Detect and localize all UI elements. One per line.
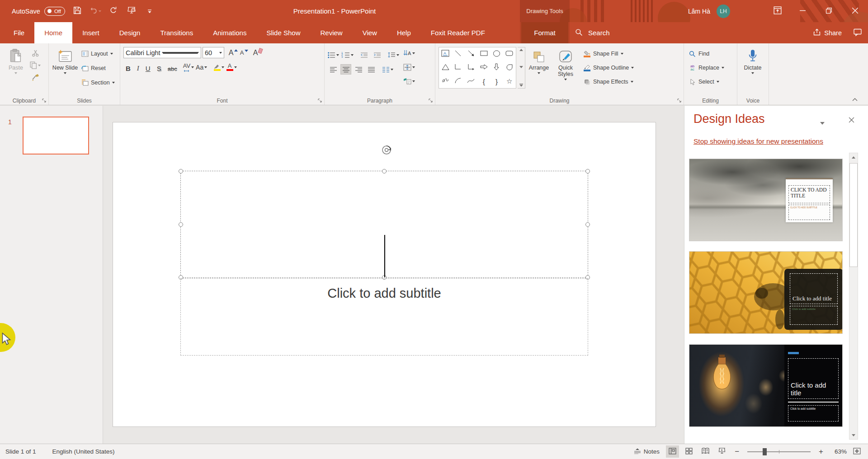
- justify-button[interactable]: [366, 64, 377, 75]
- share-button[interactable]: Share: [813, 28, 842, 37]
- text-shadow-button[interactable]: S: [155, 62, 164, 72]
- tab-view[interactable]: View: [353, 22, 387, 43]
- paste-button[interactable]: Paste: [3, 46, 28, 96]
- shape-right-brace[interactable]: }: [495, 78, 498, 85]
- restore-button[interactable]: [816, 0, 842, 22]
- tab-design[interactable]: Design: [109, 22, 151, 43]
- stop-showing-ideas-link[interactable]: Stop showing ideas for new presentations: [693, 137, 823, 145]
- copy-button[interactable]: [30, 60, 41, 70]
- resize-handle-w[interactable]: [179, 222, 183, 227]
- shape-triangle[interactable]: [442, 64, 449, 72]
- zoom-percentage[interactable]: 63%: [830, 448, 847, 455]
- scrollbar-thumb[interactable]: [849, 163, 858, 267]
- reset-button[interactable]: Reset: [80, 62, 116, 74]
- resize-handle-nw[interactable]: [179, 169, 183, 173]
- align-left-button[interactable]: [328, 64, 339, 75]
- shape-scribble[interactable]: [442, 77, 449, 85]
- find-button[interactable]: Find: [687, 48, 726, 60]
- save-button[interactable]: [71, 5, 83, 17]
- strikethrough-button[interactable]: abc: [165, 62, 179, 72]
- slide-editing-surface[interactable]: Click to add subtitle: [113, 122, 656, 426]
- design-panel-scrollbar[interactable]: [849, 153, 858, 440]
- language-indicator[interactable]: English (United States): [52, 448, 115, 455]
- shapes-scroll-down[interactable]: [519, 66, 523, 68]
- user-name[interactable]: Lâm Hà: [688, 8, 710, 15]
- shape-left-brace[interactable]: {: [483, 78, 485, 85]
- bullets-button[interactable]: [328, 50, 339, 60]
- new-slide-button[interactable]: New Slide: [52, 46, 78, 96]
- tab-home[interactable]: Home: [34, 22, 72, 43]
- replace-button[interactable]: ab ac Replace: [687, 62, 726, 74]
- shape-line[interactable]: [454, 50, 462, 59]
- autosave-toggle[interactable]: Off: [44, 7, 65, 16]
- resize-handle-ne[interactable]: [585, 169, 590, 173]
- avatar[interactable]: LH: [717, 5, 730, 18]
- increase-font-size-button[interactable]: A: [228, 47, 239, 58]
- shape-text-box[interactable]: A: [441, 50, 449, 59]
- arrange-button[interactable]: Arrange: [527, 46, 551, 96]
- panel-options-button[interactable]: [820, 118, 825, 126]
- format-painter-button[interactable]: [30, 72, 41, 83]
- line-spacing-button[interactable]: [387, 50, 399, 60]
- normal-view-button[interactable]: [666, 445, 679, 458]
- bold-button[interactable]: B: [123, 62, 133, 72]
- undo-button[interactable]: [90, 5, 101, 17]
- columns-button[interactable]: [382, 64, 393, 75]
- shapes-more-button[interactable]: [519, 84, 523, 87]
- start-from-beginning-button[interactable]: [126, 5, 137, 17]
- decrease-indent-button[interactable]: [359, 50, 369, 60]
- tab-transitions[interactable]: Transitions: [150, 22, 203, 43]
- customize-qat-button[interactable]: [144, 5, 156, 17]
- shape-fill-button[interactable]: Shape Fill: [582, 48, 635, 60]
- paragraph-dialog-launcher[interactable]: [428, 98, 434, 103]
- italic-button[interactable]: I: [135, 62, 142, 72]
- align-center-button[interactable]: [340, 64, 351, 75]
- zoom-slider-thumb[interactable]: [763, 448, 767, 455]
- panel-close-button[interactable]: [846, 115, 856, 125]
- notes-button[interactable]: Notes: [631, 445, 662, 458]
- convert-smartart-button[interactable]: [403, 76, 415, 86]
- design-idea-thumbnail-1[interactable]: CLICK TO ADD TITLE CLICK TO ADD SUBTITLE: [689, 159, 843, 241]
- shape-teardrop[interactable]: [506, 64, 513, 72]
- shape-right-arrow[interactable]: [480, 64, 488, 72]
- ribbon-display-options-button[interactable]: [766, 0, 789, 22]
- design-idea-thumbnail-3[interactable]: Click to add title Click to add subtitle: [689, 344, 843, 427]
- shape-outline-button[interactable]: Shape Outline: [582, 62, 635, 74]
- reading-view-button[interactable]: [699, 445, 712, 458]
- tab-review[interactable]: Review: [310, 22, 352, 43]
- resize-handle-n[interactable]: [382, 169, 387, 173]
- comments-button[interactable]: [854, 28, 862, 37]
- font-size-combobox[interactable]: 60: [203, 47, 224, 58]
- scroll-up-button[interactable]: [849, 153, 858, 161]
- tab-help[interactable]: Help: [387, 22, 421, 43]
- shape-elbow-arrow-connector[interactable]: [467, 64, 475, 72]
- shape-curve[interactable]: [467, 77, 475, 85]
- autosave-control[interactable]: AutoSave Off: [12, 7, 65, 16]
- font-color-button[interactable]: A: [226, 62, 237, 72]
- change-case-button[interactable]: Aa: [196, 62, 207, 72]
- clipboard-dialog-launcher[interactable]: [42, 98, 47, 103]
- align-right-button[interactable]: [353, 64, 364, 75]
- slide-sorter-view-button[interactable]: [683, 445, 695, 458]
- text-direction-button[interactable]: A: [403, 48, 415, 58]
- numbering-button[interactable]: 1 2 3: [341, 50, 354, 60]
- zoom-slider[interactable]: [747, 451, 811, 452]
- layout-button[interactable]: Layout: [80, 48, 116, 60]
- shape-down-arrow[interactable]: [493, 63, 500, 72]
- drawing-dialog-launcher[interactable]: [677, 98, 682, 103]
- font-dialog-launcher[interactable]: [317, 98, 323, 103]
- zoom-in-button[interactable]: +: [816, 445, 826, 458]
- clear-formatting-button[interactable]: A: [252, 47, 263, 58]
- dictate-button[interactable]: Dictate: [741, 46, 765, 96]
- select-button[interactable]: Select: [687, 76, 726, 88]
- scroll-down-button[interactable]: [849, 431, 858, 439]
- rotate-handle-icon[interactable]: [382, 145, 392, 156]
- subtitle-placeholder[interactable]: Click to add subtitle: [180, 278, 588, 356]
- tab-animations[interactable]: Animations: [203, 22, 256, 43]
- cut-button[interactable]: [30, 48, 41, 58]
- design-idea-thumbnail-2[interactable]: Click to add title Click to add subtitle: [689, 251, 843, 334]
- fit-slide-to-window-button[interactable]: [850, 445, 863, 458]
- underline-button[interactable]: U: [143, 62, 153, 72]
- shape-elbow-connector[interactable]: [454, 64, 462, 72]
- close-button[interactable]: [842, 0, 868, 22]
